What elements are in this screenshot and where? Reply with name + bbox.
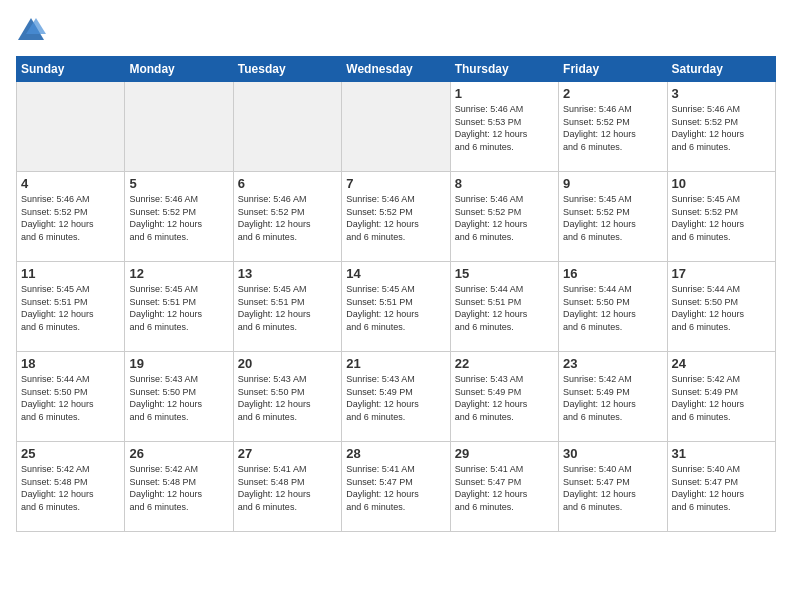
calendar-cell: 3Sunrise: 5:46 AMSunset: 5:52 PMDaylight… bbox=[667, 82, 775, 172]
day-info: Sunrise: 5:45 AMSunset: 5:51 PMDaylight:… bbox=[238, 283, 337, 333]
calendar-cell: 20Sunrise: 5:43 AMSunset: 5:50 PMDayligh… bbox=[233, 352, 341, 442]
calendar-week-4: 18Sunrise: 5:44 AMSunset: 5:50 PMDayligh… bbox=[17, 352, 776, 442]
calendar-header-row: SundayMondayTuesdayWednesdayThursdayFrid… bbox=[17, 57, 776, 82]
day-number: 7 bbox=[346, 176, 445, 191]
calendar-table: SundayMondayTuesdayWednesdayThursdayFrid… bbox=[16, 56, 776, 532]
day-number: 2 bbox=[563, 86, 662, 101]
day-number: 12 bbox=[129, 266, 228, 281]
day-header-monday: Monday bbox=[125, 57, 233, 82]
day-info: Sunrise: 5:46 AMSunset: 5:52 PMDaylight:… bbox=[238, 193, 337, 243]
calendar-cell bbox=[17, 82, 125, 172]
day-number: 25 bbox=[21, 446, 120, 461]
calendar-cell: 16Sunrise: 5:44 AMSunset: 5:50 PMDayligh… bbox=[559, 262, 667, 352]
day-info: Sunrise: 5:43 AMSunset: 5:50 PMDaylight:… bbox=[129, 373, 228, 423]
day-number: 21 bbox=[346, 356, 445, 371]
day-number: 19 bbox=[129, 356, 228, 371]
day-number: 16 bbox=[563, 266, 662, 281]
calendar-cell: 5Sunrise: 5:46 AMSunset: 5:52 PMDaylight… bbox=[125, 172, 233, 262]
day-info: Sunrise: 5:44 AMSunset: 5:50 PMDaylight:… bbox=[563, 283, 662, 333]
calendar-cell: 31Sunrise: 5:40 AMSunset: 5:47 PMDayligh… bbox=[667, 442, 775, 532]
day-info: Sunrise: 5:46 AMSunset: 5:53 PMDaylight:… bbox=[455, 103, 554, 153]
calendar-cell: 25Sunrise: 5:42 AMSunset: 5:48 PMDayligh… bbox=[17, 442, 125, 532]
day-info: Sunrise: 5:46 AMSunset: 5:52 PMDaylight:… bbox=[346, 193, 445, 243]
calendar-cell: 4Sunrise: 5:46 AMSunset: 5:52 PMDaylight… bbox=[17, 172, 125, 262]
day-header-thursday: Thursday bbox=[450, 57, 558, 82]
day-number: 5 bbox=[129, 176, 228, 191]
day-info: Sunrise: 5:46 AMSunset: 5:52 PMDaylight:… bbox=[455, 193, 554, 243]
calendar-cell: 29Sunrise: 5:41 AMSunset: 5:47 PMDayligh… bbox=[450, 442, 558, 532]
day-info: Sunrise: 5:44 AMSunset: 5:51 PMDaylight:… bbox=[455, 283, 554, 333]
day-header-tuesday: Tuesday bbox=[233, 57, 341, 82]
day-info: Sunrise: 5:41 AMSunset: 5:47 PMDaylight:… bbox=[455, 463, 554, 513]
calendar-cell: 14Sunrise: 5:45 AMSunset: 5:51 PMDayligh… bbox=[342, 262, 450, 352]
calendar-cell bbox=[342, 82, 450, 172]
day-number: 15 bbox=[455, 266, 554, 281]
day-info: Sunrise: 5:42 AMSunset: 5:48 PMDaylight:… bbox=[129, 463, 228, 513]
day-number: 6 bbox=[238, 176, 337, 191]
day-number: 18 bbox=[21, 356, 120, 371]
day-info: Sunrise: 5:45 AMSunset: 5:51 PMDaylight:… bbox=[129, 283, 228, 333]
day-number: 24 bbox=[672, 356, 771, 371]
calendar-cell: 12Sunrise: 5:45 AMSunset: 5:51 PMDayligh… bbox=[125, 262, 233, 352]
day-info: Sunrise: 5:46 AMSunset: 5:52 PMDaylight:… bbox=[563, 103, 662, 153]
day-number: 22 bbox=[455, 356, 554, 371]
calendar-week-3: 11Sunrise: 5:45 AMSunset: 5:51 PMDayligh… bbox=[17, 262, 776, 352]
day-number: 8 bbox=[455, 176, 554, 191]
day-info: Sunrise: 5:46 AMSunset: 5:52 PMDaylight:… bbox=[129, 193, 228, 243]
day-number: 30 bbox=[563, 446, 662, 461]
day-info: Sunrise: 5:40 AMSunset: 5:47 PMDaylight:… bbox=[563, 463, 662, 513]
day-header-wednesday: Wednesday bbox=[342, 57, 450, 82]
day-info: Sunrise: 5:45 AMSunset: 5:51 PMDaylight:… bbox=[346, 283, 445, 333]
calendar-cell: 22Sunrise: 5:43 AMSunset: 5:49 PMDayligh… bbox=[450, 352, 558, 442]
day-info: Sunrise: 5:45 AMSunset: 5:51 PMDaylight:… bbox=[21, 283, 120, 333]
day-header-friday: Friday bbox=[559, 57, 667, 82]
logo-icon bbox=[16, 16, 46, 44]
calendar-week-2: 4Sunrise: 5:46 AMSunset: 5:52 PMDaylight… bbox=[17, 172, 776, 262]
calendar-cell: 15Sunrise: 5:44 AMSunset: 5:51 PMDayligh… bbox=[450, 262, 558, 352]
day-number: 13 bbox=[238, 266, 337, 281]
calendar-cell: 28Sunrise: 5:41 AMSunset: 5:47 PMDayligh… bbox=[342, 442, 450, 532]
calendar-cell: 18Sunrise: 5:44 AMSunset: 5:50 PMDayligh… bbox=[17, 352, 125, 442]
day-number: 28 bbox=[346, 446, 445, 461]
day-info: Sunrise: 5:43 AMSunset: 5:49 PMDaylight:… bbox=[455, 373, 554, 423]
calendar-cell: 19Sunrise: 5:43 AMSunset: 5:50 PMDayligh… bbox=[125, 352, 233, 442]
calendar-cell: 2Sunrise: 5:46 AMSunset: 5:52 PMDaylight… bbox=[559, 82, 667, 172]
day-info: Sunrise: 5:45 AMSunset: 5:52 PMDaylight:… bbox=[672, 193, 771, 243]
calendar-cell: 24Sunrise: 5:42 AMSunset: 5:49 PMDayligh… bbox=[667, 352, 775, 442]
day-number: 10 bbox=[672, 176, 771, 191]
day-info: Sunrise: 5:43 AMSunset: 5:50 PMDaylight:… bbox=[238, 373, 337, 423]
day-info: Sunrise: 5:46 AMSunset: 5:52 PMDaylight:… bbox=[21, 193, 120, 243]
calendar-cell bbox=[125, 82, 233, 172]
logo bbox=[16, 16, 46, 44]
day-info: Sunrise: 5:46 AMSunset: 5:52 PMDaylight:… bbox=[672, 103, 771, 153]
day-number: 14 bbox=[346, 266, 445, 281]
calendar-body: 1Sunrise: 5:46 AMSunset: 5:53 PMDaylight… bbox=[17, 82, 776, 532]
day-number: 23 bbox=[563, 356, 662, 371]
day-number: 26 bbox=[129, 446, 228, 461]
day-info: Sunrise: 5:41 AMSunset: 5:48 PMDaylight:… bbox=[238, 463, 337, 513]
calendar-week-1: 1Sunrise: 5:46 AMSunset: 5:53 PMDaylight… bbox=[17, 82, 776, 172]
calendar-cell: 13Sunrise: 5:45 AMSunset: 5:51 PMDayligh… bbox=[233, 262, 341, 352]
page-header bbox=[16, 16, 776, 44]
calendar-cell: 8Sunrise: 5:46 AMSunset: 5:52 PMDaylight… bbox=[450, 172, 558, 262]
calendar-cell: 1Sunrise: 5:46 AMSunset: 5:53 PMDaylight… bbox=[450, 82, 558, 172]
calendar-cell: 11Sunrise: 5:45 AMSunset: 5:51 PMDayligh… bbox=[17, 262, 125, 352]
day-info: Sunrise: 5:42 AMSunset: 5:49 PMDaylight:… bbox=[563, 373, 662, 423]
day-info: Sunrise: 5:44 AMSunset: 5:50 PMDaylight:… bbox=[21, 373, 120, 423]
day-number: 3 bbox=[672, 86, 771, 101]
calendar-cell: 17Sunrise: 5:44 AMSunset: 5:50 PMDayligh… bbox=[667, 262, 775, 352]
calendar-cell: 30Sunrise: 5:40 AMSunset: 5:47 PMDayligh… bbox=[559, 442, 667, 532]
calendar-week-5: 25Sunrise: 5:42 AMSunset: 5:48 PMDayligh… bbox=[17, 442, 776, 532]
day-number: 1 bbox=[455, 86, 554, 101]
day-number: 9 bbox=[563, 176, 662, 191]
day-info: Sunrise: 5:45 AMSunset: 5:52 PMDaylight:… bbox=[563, 193, 662, 243]
day-number: 4 bbox=[21, 176, 120, 191]
day-info: Sunrise: 5:44 AMSunset: 5:50 PMDaylight:… bbox=[672, 283, 771, 333]
day-number: 31 bbox=[672, 446, 771, 461]
calendar-cell: 9Sunrise: 5:45 AMSunset: 5:52 PMDaylight… bbox=[559, 172, 667, 262]
calendar-cell: 23Sunrise: 5:42 AMSunset: 5:49 PMDayligh… bbox=[559, 352, 667, 442]
calendar-cell: 27Sunrise: 5:41 AMSunset: 5:48 PMDayligh… bbox=[233, 442, 341, 532]
day-number: 11 bbox=[21, 266, 120, 281]
day-number: 27 bbox=[238, 446, 337, 461]
day-info: Sunrise: 5:41 AMSunset: 5:47 PMDaylight:… bbox=[346, 463, 445, 513]
